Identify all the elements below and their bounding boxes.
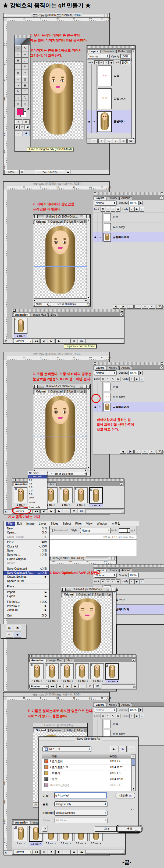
- layer-row-selected[interactable]: ◉✑ 금발머리여자: [93, 232, 164, 242]
- layer-mask-icon[interactable]: ○: [142, 450, 148, 454]
- layer-row[interactable]: 눈썹 copy: [93, 392, 164, 402]
- frame-delay[interactable]: 0.1 sec. ▾: [59, 841, 73, 844]
- lock-all-icon[interactable]: ◉: [116, 579, 120, 584]
- duplicate-frame-icon[interactable]: ⊡: [87, 684, 93, 688]
- toolbox-drag-bar[interactable]: [14, 35, 30, 38]
- tab-layers[interactable]: Layers: [88, 50, 100, 53]
- palette-close-icon[interactable]: [94, 192, 96, 195]
- palette-menu-icon[interactable]: ▶: [160, 196, 163, 199]
- tab-history[interactable]: History: [107, 703, 119, 707]
- crop-tool-icon[interactable]: ⊞: [14, 57, 22, 64]
- tab-layers[interactable]: Layers: [94, 366, 106, 370]
- tab-layers[interactable]: Layers: [94, 703, 106, 707]
- layer-row[interactable]: 입술: [93, 719, 164, 729]
- opacity-value[interactable]: 100%: [128, 573, 139, 578]
- animation-frame[interactable]: 1 1 sec. ▾: [14, 318, 28, 338]
- frame-delay[interactable]: 1 sec. ▾: [14, 503, 28, 506]
- layer-row-selected[interactable]: ◉✑ 금발머리여자: [93, 402, 164, 412]
- download-time-select[interactable]: -- / -- sec @ 28.8 Kbps▾: [47, 472, 87, 476]
- eyedropper-tool-icon[interactable]: ◎: [22, 101, 29, 107]
- menu-item[interactable]: No delay: [28, 471, 47, 475]
- layer-mask-icon[interactable]: ○: [98, 139, 105, 143]
- visibility-toggle[interactable]: ◉: [93, 402, 98, 412]
- jump-to-imageready-icon[interactable]: ◉: [23, 130, 30, 136]
- tab-actions[interactable]: Actions: [119, 703, 132, 707]
- animation-frame-selected[interactable]: 6 1 sec. ▾: [89, 487, 103, 507]
- menu-image[interactable]: Image: [24, 522, 37, 526]
- palette-collapse-icon[interactable]: [161, 192, 163, 195]
- eraser-tool-icon[interactable]: ▱: [14, 76, 22, 82]
- tab-layers[interactable]: Layers: [94, 196, 106, 200]
- tab-actions[interactable]: Actions: [119, 196, 132, 200]
- delete-frame-icon[interactable]: ⌫: [78, 339, 85, 343]
- layer-name[interactable]: 눈썹 copy: [112, 222, 125, 232]
- layer-style-icon[interactable]: ƒ.: [127, 305, 134, 309]
- layer-name[interactable]: 입술: [112, 382, 118, 392]
- menu-item[interactable]: Output Settings▶: [3, 575, 49, 579]
- menu-item[interactable]: Other…: [28, 501, 47, 504]
- frame-delay[interactable]: 1 sec. ▾: [14, 841, 28, 844]
- unify-visibility-icon[interactable]: ◉: [134, 579, 139, 584]
- paint-indicator-icon[interactable]: ✑: [98, 402, 103, 412]
- animation-frame[interactable]: 5 ∴ 0.1 sec. ▾: [90, 663, 104, 682]
- window-titlebar[interactable]: 금발 copy @ 300%(금발머리여자, RGB): [3, 13, 110, 18]
- menu-item-selected[interactable]: 0.1 seconds: [28, 475, 47, 478]
- type-tool-icon[interactable]: T: [22, 88, 29, 95]
- first-frame-icon[interactable]: ◀◀: [33, 850, 40, 854]
- lock-paint-icon[interactable]: ✑: [99, 60, 104, 65]
- menu-item[interactable]: Close⌘W: [3, 540, 49, 544]
- opacity-slider-icon[interactable]: ▶: [139, 371, 143, 375]
- opacity-slider-icon[interactable]: ▶: [139, 201, 143, 205]
- standard-mode-icon[interactable]: ○: [15, 119, 22, 124]
- layer-row-selected[interactable]: ◉✑ 금발머리-: [87, 110, 132, 133]
- frames-scrollbar[interactable]: [85, 850, 124, 854]
- lock-move-icon[interactable]: ↖: [111, 579, 115, 584]
- frame-delay[interactable]: ∴ 0.1 sec. ▾: [45, 679, 58, 682]
- blend-mode-select[interactable]: Normal: [94, 370, 116, 375]
- duplicate-frame-icon[interactable]: ⊡: [71, 850, 77, 854]
- settings-select[interactable]: Default Settings: [54, 810, 107, 815]
- unify-position-icon[interactable]: ↖: [129, 207, 134, 212]
- frame-delay[interactable]: 0.1 sec. ▾: [44, 841, 57, 844]
- opacity-slider-icon[interactable]: ▶: [139, 708, 143, 712]
- line-tool-icon[interactable]: ╲: [22, 95, 29, 101]
- lock-move-icon[interactable]: ↖: [111, 377, 115, 381]
- loop-select[interactable]: Forever▾: [13, 339, 32, 343]
- collapse-box-icon[interactable]: [86, 215, 89, 218]
- slice-tool-icon[interactable]: ∕: [22, 57, 29, 64]
- tab-slice[interactable]: Slice: [48, 313, 58, 316]
- sort-order-icon[interactable]: ≡: [131, 754, 135, 758]
- menu-window[interactable]: Window: [95, 522, 110, 526]
- animation-frame[interactable]: 5 1 sec. ▾: [74, 487, 88, 506]
- palette-collapse-icon[interactable]: [121, 309, 123, 312]
- animation-frame[interactable]: 1 1 sec. ▾: [14, 826, 28, 844]
- layer-name[interactable]: 눈썹 copy: [113, 87, 126, 110]
- unify-position-icon[interactable]: ↖: [129, 579, 134, 584]
- palette-menu-icon[interactable]: ▶: [132, 658, 135, 662]
- lock-move-icon[interactable]: ↖: [111, 714, 115, 718]
- layer-thumbnail[interactable]: [104, 403, 111, 411]
- loop-select[interactable]: Forever▾: [29, 684, 48, 688]
- menu-item[interactable]: 10.0: [28, 496, 47, 499]
- blend-mode-select[interactable]: Normal: [88, 54, 110, 59]
- tab-animation[interactable]: Animation: [13, 821, 30, 824]
- unify-position-icon[interactable]: ↖: [129, 714, 134, 718]
- zoom-box-icon[interactable]: [83, 215, 86, 218]
- file-row[interactable]: 2.토마토토이즈2004.11.20: [42, 765, 131, 770]
- collapse-box-icon[interactable]: [105, 14, 108, 17]
- tab-history[interactable]: History: [107, 366, 119, 370]
- layer-row[interactable]: 입술: [93, 382, 164, 392]
- first-frame-icon[interactable]: ◀◀: [33, 339, 40, 343]
- foreground-color-swatch[interactable]: [17, 108, 24, 115]
- tab-slice[interactable]: Slice: [65, 658, 74, 662]
- column-name[interactable]: 이름: [42, 754, 108, 758]
- layer-set-icon[interactable]: ▭: [106, 139, 112, 143]
- lock-all-icon[interactable]: ◉: [116, 714, 120, 718]
- jump-arrow-icon[interactable]: ⇨: [15, 130, 22, 136]
- stamp-tool-icon[interactable]: ♜: [14, 70, 22, 76]
- horizontal-scrollbar[interactable]: ◀▶: [34, 299, 87, 302]
- animation-frame[interactable]: 1 1 sec. ▾: [14, 487, 28, 506]
- menu-item[interactable]: Update HTML…: [3, 579, 49, 583]
- tab-history[interactable]: History: [107, 196, 119, 200]
- file-row[interactable]: 3.피규어2005.1.9: [42, 770, 131, 776]
